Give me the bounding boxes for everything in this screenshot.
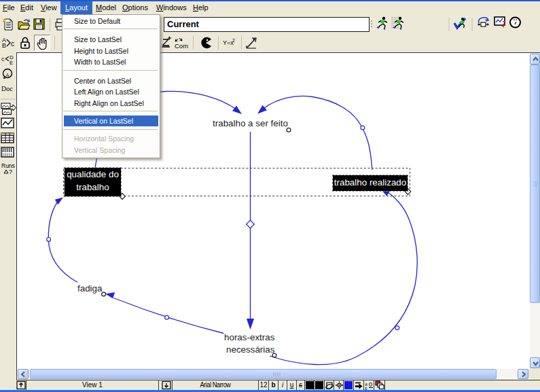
svg-text:Com: Com	[175, 42, 188, 50]
svg-text:2: 2	[232, 38, 235, 43]
svg-text:Doc: Doc	[1, 85, 13, 92]
svg-text:c: c	[1, 56, 5, 63]
svg-text:Runs: Runs	[1, 162, 15, 169]
svg-text:?: ?	[9, 168, 12, 175]
svg-text:c: c	[11, 40, 14, 48]
svg-text:E: E	[10, 60, 13, 66]
svg-text:A: A	[5, 72, 10, 79]
svg-text:0: 0	[369, 381, 372, 388]
svg-text:B: B	[2, 42, 6, 49]
